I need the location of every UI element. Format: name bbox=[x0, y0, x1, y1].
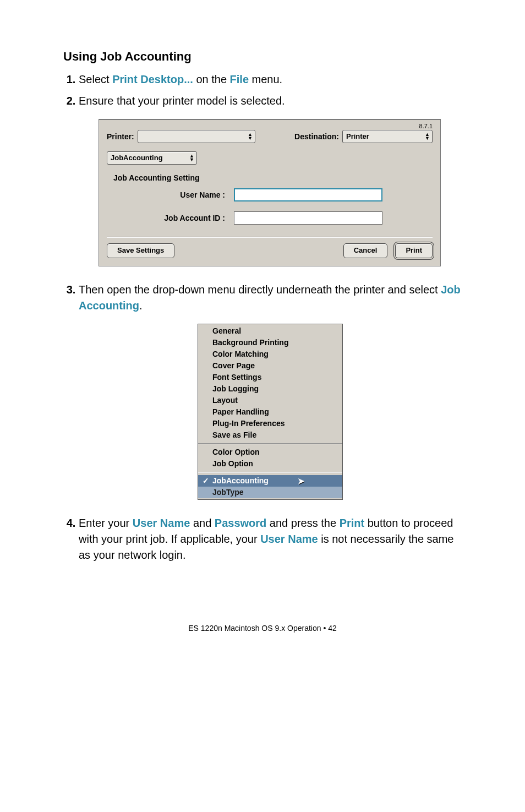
username-input[interactable] bbox=[234, 188, 382, 201]
pane-value: JobAccounting bbox=[111, 153, 163, 164]
s4-pre: Enter your bbox=[79, 517, 133, 529]
updown-icon: ▲▼ bbox=[248, 133, 253, 140]
menu-item-save-as-file[interactable]: Save as File bbox=[198, 429, 342, 441]
s4-l2: Password bbox=[215, 517, 266, 529]
jobid-input[interactable] bbox=[234, 211, 382, 225]
s1-post: menu. bbox=[249, 73, 282, 85]
divider bbox=[107, 237, 433, 238]
menu-item-background-printing[interactable]: Background Printing bbox=[198, 337, 342, 348]
group-label: Job Accounting Setting bbox=[113, 172, 433, 183]
menu-item-font-settings[interactable]: Font Settings bbox=[198, 372, 342, 383]
menu-item-color-option[interactable]: Color Option bbox=[198, 446, 342, 458]
menu-item-general[interactable]: General bbox=[198, 325, 342, 337]
pane-dropdown-menu: General Background Printing Color Matchi… bbox=[198, 324, 343, 500]
menu-section-b: Color Option Job Option bbox=[198, 445, 342, 471]
menu-section-c: JobAccounting ➤ JobType bbox=[198, 474, 342, 499]
menu-item-color-matching[interactable]: Color Matching bbox=[198, 348, 342, 360]
menu-item-plugin-preferences[interactable]: Plug-In Preferences bbox=[198, 418, 342, 429]
menu-item-layout[interactable]: Layout bbox=[198, 395, 342, 406]
s1-mid: on the bbox=[193, 73, 230, 85]
s4-l4: User Name bbox=[260, 533, 318, 545]
s1-link2: File bbox=[230, 73, 249, 85]
menu-separator bbox=[198, 443, 342, 444]
destination-value: Printer bbox=[346, 132, 369, 142]
print-button[interactable]: Print bbox=[395, 243, 433, 258]
s4-l3: Print bbox=[340, 517, 365, 529]
menu-item-cover-page[interactable]: Cover Page bbox=[198, 360, 342, 372]
print-dialog: 8.7.1 Printer: ▲▼ Destination: Printer ▲… bbox=[99, 119, 441, 266]
s4-m2: and press the bbox=[266, 517, 339, 529]
menu-item-jobaccounting[interactable]: JobAccounting ➤ bbox=[198, 475, 342, 487]
s2-text: Ensure that your printer model is select… bbox=[79, 95, 285, 107]
s1-link1: Print Desktop... bbox=[112, 73, 193, 85]
s4-m1: and bbox=[190, 517, 214, 529]
s3-post: . bbox=[139, 299, 143, 312]
page-footer: ES 1220n Macintosh OS 9.x Operation • 42 bbox=[63, 624, 462, 633]
destination-select[interactable]: Printer ▲▼ bbox=[342, 130, 433, 143]
menu-item-job-option[interactable]: Job Option bbox=[198, 458, 342, 470]
s4-l1: User Name bbox=[133, 517, 190, 529]
save-settings-button[interactable]: Save Settings bbox=[107, 243, 174, 258]
pane-select[interactable]: JobAccounting ▲▼ bbox=[107, 151, 197, 165]
menu-section-a: General Background Printing Color Matchi… bbox=[198, 324, 342, 442]
destination-label: Destination: bbox=[294, 131, 339, 142]
username-label: User Name : bbox=[107, 189, 234, 200]
menu-item-jobtype[interactable]: JobType bbox=[198, 487, 342, 498]
cursor-icon: ➤ bbox=[298, 476, 305, 486]
step-2: Ensure that your printer model is select… bbox=[79, 93, 462, 266]
printer-select[interactable]: ▲▼ bbox=[138, 130, 255, 143]
s1-pre: Select bbox=[79, 73, 112, 85]
menu-item-paper-handling[interactable]: Paper Handling bbox=[198, 406, 342, 418]
updown-icon: ▲▼ bbox=[425, 133, 430, 140]
printer-label: Printer: bbox=[107, 131, 134, 142]
jobid-label: Job Account ID : bbox=[107, 212, 234, 224]
step-1: Select Print Desktop... on the File menu… bbox=[79, 72, 462, 88]
step-3: Then open the drop-down menu directly un… bbox=[79, 282, 462, 500]
section-heading: Using Job Accounting bbox=[63, 50, 462, 64]
cancel-button[interactable]: Cancel bbox=[343, 243, 388, 258]
step-4: Enter your User Name and Password and pr… bbox=[79, 515, 462, 563]
menu-item-job-logging[interactable]: Job Logging bbox=[198, 383, 342, 395]
s3-pre: Then open the drop-down menu directly un… bbox=[79, 284, 441, 296]
updown-icon: ▲▼ bbox=[189, 154, 194, 162]
menu-separator bbox=[198, 472, 342, 473]
menu-item-label: JobAccounting bbox=[212, 476, 269, 485]
